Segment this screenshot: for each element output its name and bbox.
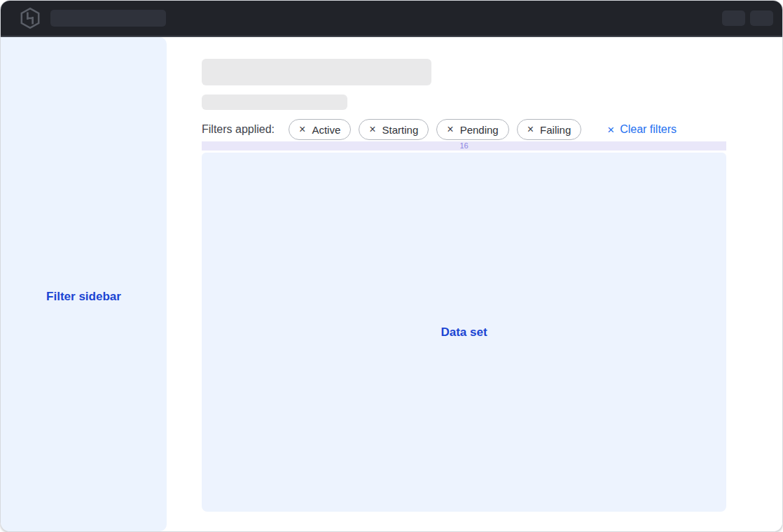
nav-button-placeholder-1[interactable] xyxy=(722,10,745,26)
remove-filter-icon[interactable]: × xyxy=(299,124,305,135)
filter-chip-starting[interactable]: × Starting xyxy=(359,119,429,140)
clear-filters-label: Clear filters xyxy=(620,123,677,136)
filters-applied-row: Filters applied: × Active × Starting × P… xyxy=(202,119,782,140)
filter-chip-pending[interactable]: × Pending xyxy=(436,119,508,140)
clear-filters-button[interactable]: × Clear filters xyxy=(607,123,677,136)
filter-sidebar: Filter sidebar xyxy=(1,37,167,531)
data-set-label: Data set xyxy=(441,326,487,340)
page-title-placeholder xyxy=(202,59,431,85)
filter-chip-failing[interactable]: × Failing xyxy=(517,119,582,140)
search-input[interactable] xyxy=(50,10,166,27)
remove-filter-icon[interactable]: × xyxy=(369,124,375,135)
filter-chip-label: Active xyxy=(312,124,340,136)
remove-filter-icon[interactable]: × xyxy=(527,124,534,135)
filters-applied-label: Filters applied: xyxy=(202,123,275,136)
hashicorp-logo-icon[interactable] xyxy=(20,7,41,29)
filter-chip-label: Pending xyxy=(460,124,499,136)
filter-sidebar-label: Filter sidebar xyxy=(46,290,121,304)
filter-chip-label: Failing xyxy=(540,124,571,136)
row-count-value: 16 xyxy=(459,141,468,150)
app-window: Filter sidebar Filters applied: × Active… xyxy=(0,0,783,532)
row-count-bar: 16 xyxy=(202,141,726,150)
page-subtitle-placeholder xyxy=(202,94,347,110)
content-row: Filter sidebar Filters applied: × Active… xyxy=(1,37,782,531)
top-nav xyxy=(1,1,782,37)
main-content: Filters applied: × Active × Starting × P… xyxy=(167,37,782,531)
remove-filter-icon[interactable]: × xyxy=(447,124,453,135)
nav-button-placeholder-2[interactable] xyxy=(750,10,773,26)
data-set-area: Data set xyxy=(202,153,726,512)
clear-filters-icon[interactable]: × xyxy=(607,124,614,136)
filter-chip-active[interactable]: × Active xyxy=(289,119,351,140)
filter-chip-label: Starting xyxy=(382,124,419,136)
